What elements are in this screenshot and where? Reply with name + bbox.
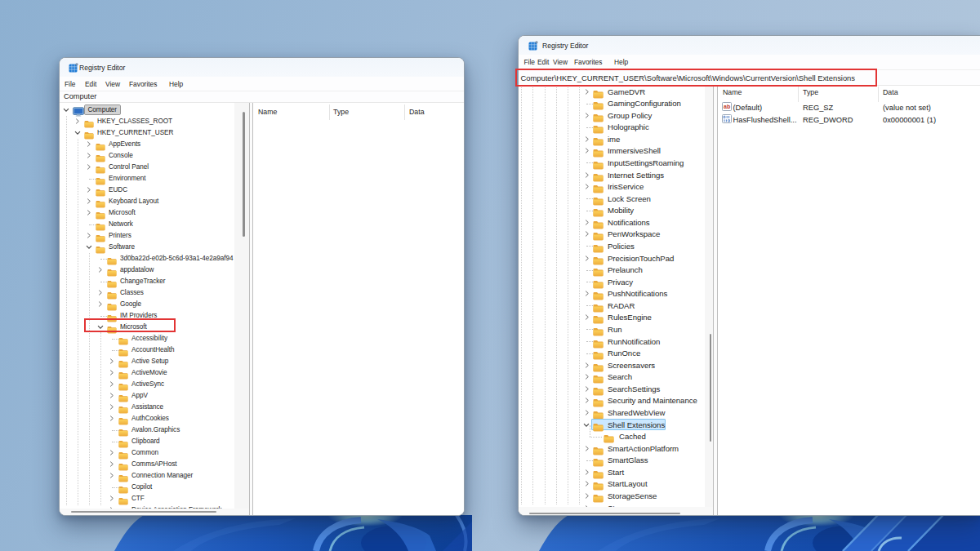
- svg-text:ab: ab: [724, 104, 730, 109]
